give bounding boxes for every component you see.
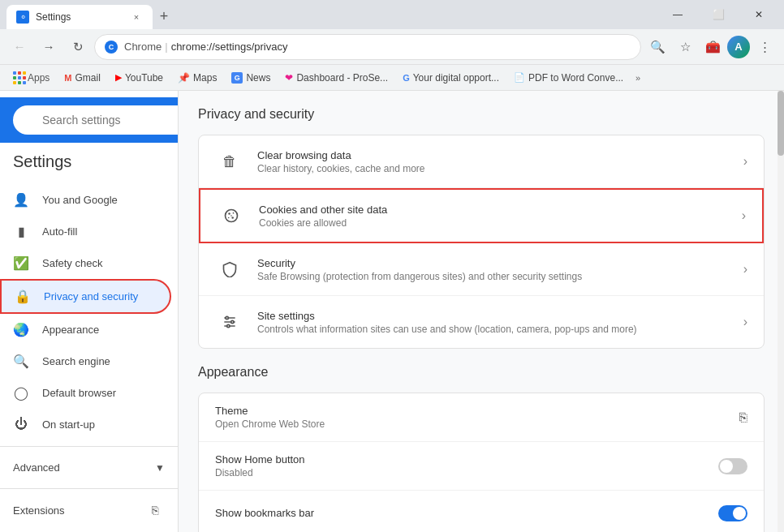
sidebar-item-safety-check[interactable]: ✅ Safety check — [0, 247, 171, 279]
scrollbar-thumb[interactable] — [778, 91, 784, 156]
browser-frame: ⚙ Settings × + — ⬜ ✕ ← → ↻ C Chrome | ch… — [0, 0, 784, 532]
sidebar-divider-2 — [0, 488, 178, 489]
bookmark-maps[interactable]: 📌 Maps — [171, 68, 223, 88]
theme-subtitle: Open Chrome Web Store — [215, 418, 739, 430]
advanced-label: Advanced — [13, 461, 60, 474]
site-settings-title: Site settings — [257, 310, 743, 322]
sidebar-item-privacy[interactable]: 🔒 Privacy and security — [0, 279, 171, 314]
sidebar-item-extensions[interactable]: Extensions ⎘ — [0, 496, 171, 525]
external-link-icon: ⎘ — [739, 410, 747, 425]
refresh-button[interactable]: ↻ — [65, 34, 91, 60]
address-text: Chrome | chrome://settings/privacy — [124, 41, 287, 53]
profile-avatar[interactable]: A — [727, 36, 750, 58]
sidebar-label-search: Search engine — [42, 355, 110, 367]
bookmarks-more-button[interactable]: » — [631, 71, 644, 84]
google-icon: G — [403, 73, 410, 83]
cookies-text: Cookies and other site data Cookies are … — [259, 204, 742, 229]
bookmark-dashboard[interactable]: ❤ Dashboard - ProSe... — [278, 68, 394, 88]
back-button[interactable]: ← — [6, 34, 32, 60]
sidebar-label-appearance: Appearance — [42, 324, 99, 336]
home-button-title: Show Home button — [215, 453, 718, 466]
clear-browsing-chevron-icon: › — [743, 154, 747, 169]
extensions-button[interactable]: 🧰 — [700, 34, 726, 60]
bookmark-news[interactable]: G News — [225, 68, 277, 88]
theme-title: Theme — [215, 405, 739, 417]
gmail-icon: M — [64, 73, 71, 83]
theme-row[interactable]: Theme Open Chrome Web Store ⎘ — [199, 393, 764, 442]
security-chevron-icon: › — [743, 262, 747, 277]
forward-button[interactable]: → — [36, 34, 62, 60]
site-settings-chevron-icon: › — [743, 315, 747, 329]
bookmark-news-label: News — [246, 72, 270, 84]
bookmark-button[interactable]: ☆ — [672, 34, 698, 60]
power-icon: ⏻ — [13, 417, 29, 431]
search-wrapper: 🔍 — [13, 105, 179, 135]
cookies-row[interactable]: Cookies and other site data Cookies are … — [199, 188, 764, 243]
person-icon: 👤 — [13, 192, 29, 208]
bookmark-gmail[interactable]: M Gmail — [58, 68, 107, 88]
clear-browsing-text: Clear browsing data Clear history, cooki… — [257, 149, 743, 174]
browser-icon: ◯ — [13, 385, 29, 401]
site-settings-row[interactable]: Site settings Controls what information … — [199, 296, 764, 348]
bookmarks-bar-text: Show bookmarks bar — [215, 507, 718, 519]
svg-point-3 — [228, 212, 230, 215]
sidebar-item-about[interactable]: About Chrome — [0, 525, 171, 532]
sidebar-item-default-browser[interactable]: ◯ Default browser — [0, 377, 171, 409]
dashboard-icon: ❤ — [285, 72, 293, 84]
clear-browsing-row[interactable]: 🗑 Clear browsing data Clear history, coo… — [199, 135, 764, 188]
new-tab-button[interactable]: + — [153, 5, 175, 28]
clear-browsing-title: Clear browsing data — [257, 149, 743, 161]
sidebar-item-search-engine[interactable]: 🔍 Search engine — [0, 345, 171, 377]
bookmarks-bar-title: Show bookmarks bar — [215, 507, 718, 519]
tab-title: Settings — [36, 11, 71, 23]
sidebar-divider — [0, 446, 178, 447]
home-button-toggle[interactable] — [718, 458, 747, 474]
bookmark-youtube[interactable]: ▶ YouTube — [109, 68, 170, 88]
sidebar-item-appearance[interactable]: 🌏 Appearance — [0, 314, 171, 345]
bookmark-apps[interactable]: Apps — [6, 68, 56, 88]
bookmarks-bar-row[interactable]: Show bookmarks bar — [199, 491, 764, 532]
autofill-icon: ▮ — [13, 224, 29, 239]
appearance-icon: 🌏 — [13, 322, 29, 337]
sidebar-item-on-startup[interactable]: ⏻ On start-up — [0, 409, 171, 440]
sidebar-item-you-google[interactable]: 👤 You and Google — [0, 184, 171, 216]
bookmarks-bar: Apps M Gmail ▶ YouTube 📌 Maps G News ❤ D… — [0, 65, 784, 91]
minimize-button[interactable]: — — [659, 2, 696, 27]
bookmark-dashboard-label: Dashboard - ProSe... — [296, 72, 388, 84]
search-settings-input[interactable] — [13, 105, 179, 135]
security-row[interactable]: Security Safe Browsing (protection from … — [199, 243, 764, 296]
active-tab[interactable]: ⚙ Settings × — [6, 5, 153, 29]
cookies-title: Cookies and other site data — [259, 204, 742, 216]
sidebar-item-advanced[interactable]: Advanced ▼ — [0, 453, 178, 482]
title-bar: ⚙ Settings × + — ⬜ ✕ — [0, 0, 784, 29]
cookie-icon — [217, 201, 246, 230]
nav-bar: ← → ↻ C Chrome | chrome://settings/priva… — [0, 29, 784, 65]
extensions-label: Extensions — [13, 504, 65, 517]
search-button[interactable]: 🔍 — [644, 34, 670, 60]
site-settings-subtitle: Controls what information sites can use … — [257, 324, 743, 335]
menu-button[interactable]: ⋮ — [752, 34, 778, 60]
settings-content-inner: Privacy and security 🗑 Clear browsing da… — [179, 91, 784, 532]
bookmarks-bar-toggle[interactable] — [718, 505, 747, 521]
address-bar[interactable]: C Chrome | chrome://settings/privacy — [94, 34, 641, 60]
tab-close-button[interactable]: × — [130, 11, 143, 24]
maximize-button[interactable]: ⬜ — [700, 2, 737, 27]
svg-text:⚙: ⚙ — [21, 15, 25, 19]
close-button[interactable]: ✕ — [740, 2, 778, 27]
bookmark-google-label: Your digital opport... — [413, 72, 499, 84]
settings-sidebar: 🔍 Settings 👤 You and Google ▮ Auto-fill … — [0, 91, 179, 532]
svg-point-4 — [233, 212, 235, 214]
pdf-icon: 📄 — [514, 72, 525, 83]
svg-point-7 — [230, 215, 232, 217]
svg-point-5 — [228, 217, 230, 219]
trash-icon: 🗑 — [215, 147, 244, 176]
bookmark-pdf[interactable]: 📄 PDF to Word Conve... — [507, 68, 630, 88]
settings-search-bar: 🔍 — [0, 97, 178, 143]
nav-right-buttons: 🔍 ☆ 🧰 A ⋮ — [644, 34, 778, 60]
clear-browsing-subtitle: Clear history, cookies, cache and more — [257, 163, 743, 174]
sidebar-item-autofill[interactable]: ▮ Auto-fill — [0, 216, 171, 247]
home-button-row[interactable]: Show Home button Disabled — [199, 442, 764, 491]
address-separator: | — [165, 41, 167, 53]
news-icon: G — [231, 72, 243, 84]
bookmark-google[interactable]: G Your digital opport... — [396, 68, 506, 88]
